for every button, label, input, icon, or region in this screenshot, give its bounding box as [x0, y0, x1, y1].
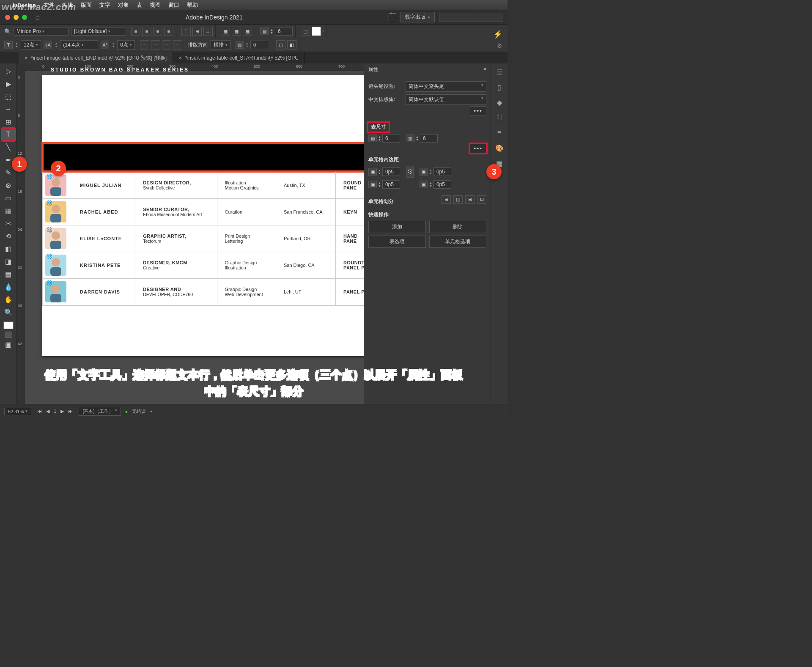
menu-object[interactable]: 对象	[118, 1, 129, 9]
menu-window[interactable]: 窗口	[168, 1, 179, 9]
pencil-tool[interactable]: ✎	[2, 167, 15, 178]
gradient-feather-tool[interactable]: ◨	[2, 255, 15, 267]
ellipse-frame-tool[interactable]: ⊗	[2, 179, 15, 191]
grid-b-icon[interactable]: ▦	[232, 27, 241, 36]
collapse-icon[interactable]: »	[483, 66, 486, 73]
table-options-button[interactable]: 表选项	[368, 236, 426, 248]
selected-header-row[interactable]	[41, 142, 364, 173]
document-page[interactable]: STUDIO BROWN BAG SPEAKER SERIES ⛓ MIGUEL…	[42, 75, 364, 356]
color-panel-icon[interactable]: 🎨	[494, 143, 505, 153]
split-v-icon[interactable]: ⊞	[465, 195, 475, 204]
doc-tab-2[interactable]: × *insert-image-table-cell_START.indd @ …	[173, 52, 305, 64]
menu-table[interactable]: 表	[137, 1, 142, 9]
leading-icon[interactable]: ↕A	[44, 41, 52, 49]
line-tool[interactable]: ╲	[2, 141, 15, 153]
type-tool[interactable]: T	[2, 129, 15, 140]
home-icon[interactable]: ⌂	[36, 14, 40, 21]
stroke-panel-icon[interactable]: ≡	[494, 128, 505, 138]
workspace-dropdown[interactable]: 数字出版▾	[401, 12, 435, 22]
fill-stroke-swatch[interactable]	[3, 321, 14, 329]
hand-tool[interactable]: ✋	[2, 294, 15, 305]
tracking-dropdown[interactable]: 0点▾	[117, 40, 135, 50]
char-format-icon[interactable]: 🔍	[4, 28, 11, 35]
inset-bottom-stepper[interactable]: ▣▲▼ 0p5	[368, 180, 400, 189]
opt-b-icon[interactable]: ◧	[287, 40, 296, 49]
links-panel-icon[interactable]: ⛓	[494, 113, 505, 123]
menu-view[interactable]: 视图	[150, 1, 161, 9]
just-d-icon[interactable]: ≡	[173, 40, 182, 49]
gradient-swatch-tool[interactable]: ◧	[2, 243, 15, 255]
font-size-dropdown[interactable]: 12点▾	[21, 40, 41, 50]
table-row[interactable]: ⛓ ELISE LeCONTE GRAPHIC ARTIST,Tectorum …	[43, 225, 364, 252]
layout-dir-dropdown[interactable]: 横排▾	[211, 40, 230, 50]
font-family-dropdown[interactable]: Minion Pro▾	[14, 27, 69, 36]
just-a-icon[interactable]: ≡	[140, 40, 149, 49]
align-justify-icon[interactable]: ≡	[164, 27, 173, 36]
cell-options-button[interactable]: 单元格选项	[429, 236, 487, 248]
close-button[interactable]	[5, 15, 10, 20]
cjk-dropdown[interactable]: 简体中文默认值▾	[406, 94, 486, 105]
content-collector-tool[interactable]: ⊞	[2, 116, 15, 128]
eyedropper-tool[interactable]: 💧	[2, 281, 15, 293]
unmerge-icon[interactable]: ⊡	[477, 195, 486, 204]
link-insets-icon[interactable]: ⛓	[406, 166, 414, 178]
master-dropdown[interactable]: [基本]（工作）▾	[79, 407, 121, 416]
valign-mid-icon[interactable]: ⊟	[192, 27, 202, 36]
canvas[interactable]: 0 100 200 300 400 500 600 700 800 0 6 12…	[17, 63, 364, 404]
font-style-dropdown[interactable]: [Light Oblique]▾	[71, 27, 126, 36]
inset-right-stepper[interactable]: ▣▲▼ 0p5	[420, 180, 451, 189]
table-row[interactable]: ⛓ DARREN DAVIS DESIGNER ANDDEVELOPER, CO…	[43, 279, 364, 305]
grid-tool[interactable]: ▦	[2, 205, 15, 217]
share-icon[interactable]	[389, 14, 396, 21]
free-transform-tool[interactable]: ⟲	[2, 230, 15, 242]
page-tool[interactable]: ⬚	[2, 91, 15, 102]
table-cols-stepper[interactable]: ▥ ▲▼ 6	[406, 134, 438, 143]
baseline-icon[interactable]: Aª	[101, 41, 109, 49]
table-rows-stepper[interactable]: ▤ ▲▼ 6	[368, 134, 400, 143]
default-swatch[interactable]	[5, 332, 12, 338]
tt-icon[interactable]: T	[4, 41, 13, 49]
delete-button[interactable]: 删除	[429, 221, 487, 233]
gpu-lightning-icon[interactable]: ⚡	[493, 30, 502, 39]
page-nav[interactable]: ⏮◀1▶⏭	[36, 409, 74, 414]
sliders-icon[interactable]: ☰	[494, 67, 505, 77]
menu-type[interactable]: 文字	[99, 1, 110, 9]
zoom-dropdown[interactable]: 52.31%▾	[4, 408, 31, 415]
valign-bot-icon[interactable]: ⊥	[203, 27, 213, 36]
grid-a-icon[interactable]: ▦	[221, 27, 230, 36]
just-c-icon[interactable]: ≡	[162, 40, 171, 49]
more-options-icon[interactable]: •••	[470, 106, 486, 115]
grid-c-icon[interactable]: ▦	[243, 27, 252, 36]
maximize-button[interactable]	[22, 15, 27, 20]
menu-help[interactable]: 帮助	[187, 1, 198, 9]
minimize-button[interactable]	[14, 15, 19, 20]
table-row[interactable]: ⛓ RACHEL ABED SENIOR CURATOR,Eboda Museu…	[43, 199, 364, 225]
search-input[interactable]	[439, 13, 502, 22]
split-h-icon[interactable]: ◫	[453, 195, 463, 204]
just-b-icon[interactable]: ≡	[151, 40, 160, 49]
note-tool[interactable]: ▤	[2, 268, 15, 280]
speaker-table[interactable]: ⛓ MIGUEL JULIAN DESIGN DIRECTOR,Synth Co…	[42, 172, 364, 305]
stroke-proxy-icon[interactable]: ▢	[301, 27, 310, 36]
valign-top-icon[interactable]: ⊤	[181, 27, 191, 36]
view-mode-icon[interactable]: ▣	[2, 338, 15, 350]
menu-layout[interactable]: 版面	[81, 1, 92, 9]
inset-left-stepper[interactable]: ▣▲▼ 0p5	[420, 167, 451, 176]
scissors-tool[interactable]: ✂	[2, 217, 15, 229]
doc-tab-1[interactable]: × *insert-image-table-cell_END.indd @ 52…	[19, 52, 173, 64]
avoid-dropdown[interactable]: 简体中文避头尾▾	[406, 81, 486, 92]
zoom-tool[interactable]: 🔍	[2, 306, 15, 318]
gap-tool[interactable]: ↔	[2, 103, 15, 115]
prefs-gear-icon[interactable]: ⚙	[497, 42, 502, 49]
close-tab-icon[interactable]: ×	[25, 55, 27, 61]
pages-icon[interactable]: ▯	[494, 82, 505, 92]
fill-swatch[interactable]	[312, 27, 321, 36]
rectangle-tool[interactable]: ▭	[2, 192, 15, 204]
leading-dropdown[interactable]: (14.4点▾	[60, 40, 98, 50]
align-left-icon[interactable]: ≡	[131, 27, 140, 36]
rows-value[interactable]: 6	[275, 27, 293, 36]
table-row[interactable]: ⛓ KRISTINA PETE DESIGNER, KMCMCreative G…	[43, 252, 364, 279]
close-tab-icon[interactable]: ×	[179, 55, 182, 61]
align-right-icon[interactable]: ≡	[153, 27, 162, 36]
cc-libraries-icon[interactable]: ◆	[494, 97, 505, 107]
